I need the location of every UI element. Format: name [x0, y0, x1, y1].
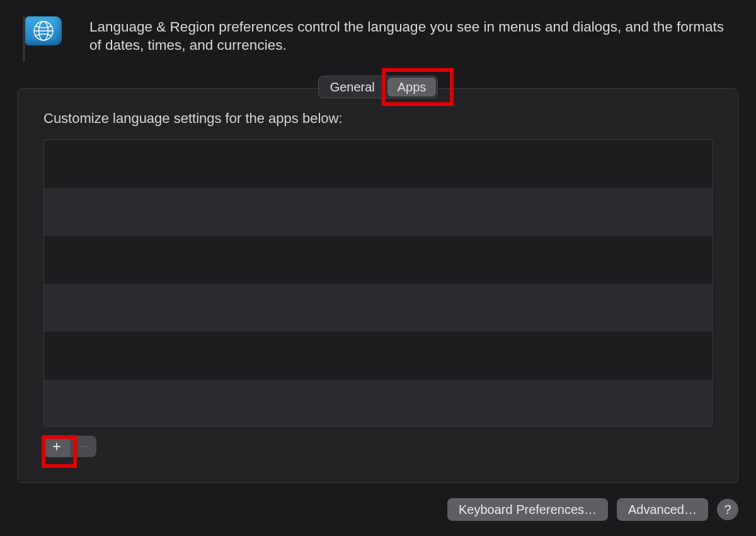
plus-icon: + [52, 439, 61, 454]
header-description: Language & Region preferences control th… [89, 15, 738, 55]
list-row [44, 188, 712, 236]
list-row [44, 284, 712, 332]
advanced-button[interactable]: Advanced… [617, 498, 708, 521]
tab-apps[interactable]: Apps [387, 78, 437, 96]
list-row [44, 380, 712, 427]
apps-panel: Customize language settings for the apps… [18, 88, 738, 483]
tab-bar: General Apps [0, 76, 756, 98]
list-row [44, 236, 712, 284]
keyboard-preferences-button[interactable]: Keyboard Preferences… [447, 498, 608, 521]
list-row [44, 332, 712, 380]
apps-list[interactable] [43, 139, 713, 427]
globe-flag-icon [21, 15, 71, 64]
remove-button [70, 436, 96, 457]
add-button[interactable]: + [43, 436, 70, 457]
globe-icon [33, 20, 54, 42]
list-row [44, 140, 712, 188]
minus-icon [79, 446, 88, 448]
panel-title: Customize language settings for the apps… [43, 110, 713, 127]
footer: Keyboard Preferences… Advanced… ? [447, 498, 738, 521]
tab-general[interactable]: General [319, 78, 386, 96]
help-button[interactable]: ? [717, 499, 738, 520]
add-remove-group: + [43, 436, 96, 457]
header: Language & Region preferences control th… [0, 0, 756, 64]
segmented-control: General Apps [318, 76, 438, 98]
